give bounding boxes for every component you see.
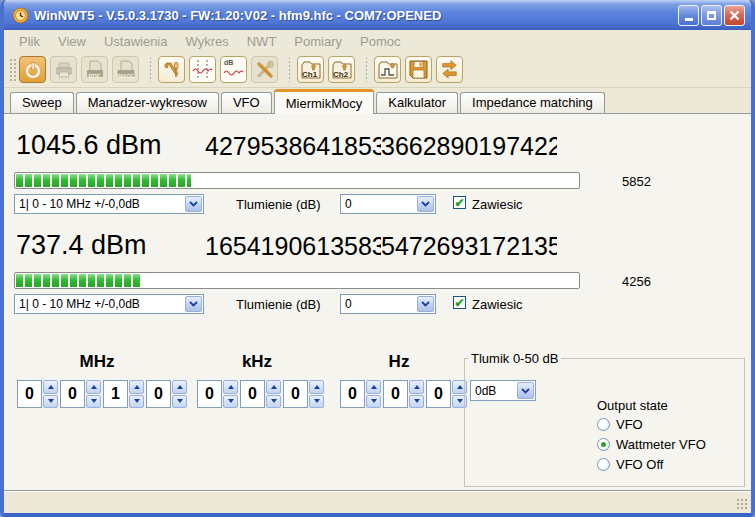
spin-down-button[interactable] bbox=[86, 395, 101, 409]
digit-value[interactable]: 0 bbox=[197, 380, 222, 408]
save-icon bbox=[408, 59, 429, 80]
khz-header: kHz bbox=[197, 352, 317, 372]
export-pdf-button[interactable]: PDF bbox=[81, 56, 108, 83]
maximize-button[interactable] bbox=[701, 5, 722, 26]
resize-grip[interactable] bbox=[736, 498, 748, 510]
db-settings-icon bbox=[223, 59, 244, 80]
meter1-range-value: 1| 0 - 10 MHz +/-0,0dB bbox=[19, 197, 140, 211]
meter2-hold-checkbox[interactable]: ✔ bbox=[453, 296, 466, 309]
meter2-attenuation-select[interactable]: 0 bbox=[340, 294, 436, 314]
digit-value[interactable]: 0 bbox=[283, 380, 308, 408]
hz-header: Hz bbox=[340, 352, 458, 372]
tab-manadzer-wykresow[interactable]: Manadzer-wykresow bbox=[76, 92, 219, 113]
radio-row-vfo: VFO bbox=[597, 417, 643, 432]
minimize-icon bbox=[685, 18, 693, 21]
title-bar: WinNWT5 - V.5.0.3.1730 - FW:1.20:V02 - h… bbox=[4, 0, 751, 30]
spin-down-button[interactable] bbox=[129, 395, 144, 409]
spin-up-button[interactable] bbox=[129, 380, 144, 394]
output-state-label: Output state bbox=[597, 398, 668, 413]
chevron-down-icon[interactable] bbox=[417, 196, 434, 212]
radio-vfo[interactable] bbox=[597, 418, 610, 431]
meter1-raw-value: 5852 bbox=[622, 174, 651, 189]
arrow-up-icon bbox=[271, 385, 277, 389]
radio-row-wattmeter-vfo: Wattmeter VFO bbox=[597, 437, 706, 452]
arrow-up-icon bbox=[48, 385, 54, 389]
tab-vfo[interactable]: VFO bbox=[221, 92, 272, 113]
mhz-header: MHz bbox=[17, 352, 177, 372]
spin-up-button[interactable] bbox=[409, 380, 424, 394]
chevron-down-icon[interactable] bbox=[185, 296, 202, 312]
attenuator-select[interactable]: 0dB bbox=[470, 380, 536, 401]
spin-up-button[interactable] bbox=[309, 380, 324, 394]
chevron-down-icon[interactable] bbox=[185, 196, 202, 212]
arrow-down-icon bbox=[314, 399, 320, 403]
spin-down-button[interactable] bbox=[366, 395, 381, 409]
digit-value[interactable]: 0 bbox=[60, 380, 85, 408]
radio-wattmeter-vfo[interactable] bbox=[597, 438, 610, 451]
ch1-load-button[interactable]: Ch1 bbox=[297, 56, 324, 83]
recall-curve-button[interactable] bbox=[374, 56, 401, 83]
close-button[interactable] bbox=[724, 5, 745, 26]
settings-tools-button[interactable] bbox=[158, 56, 185, 83]
db-settings-button[interactable]: dB bbox=[220, 56, 247, 83]
tab-miermikmocy[interactable]: MiermikMocy bbox=[274, 89, 375, 114]
radio-vfo-off[interactable] bbox=[597, 458, 610, 471]
spin-up-button[interactable] bbox=[172, 380, 187, 394]
spin-down-button[interactable] bbox=[172, 395, 187, 409]
meter1-attenuation-value: 0 bbox=[345, 197, 352, 211]
meter1-hold-checkbox[interactable]: ✔ bbox=[453, 196, 466, 209]
menu-item-plik[interactable]: Plik bbox=[10, 32, 49, 51]
menu-item-pomoc[interactable]: Pomoc bbox=[351, 32, 409, 51]
arrow-up-icon bbox=[91, 385, 97, 389]
chevron-down-icon[interactable] bbox=[417, 296, 434, 312]
hardware-tools-button[interactable] bbox=[251, 56, 278, 83]
print-button[interactable] bbox=[50, 56, 77, 83]
ch2-load-button[interactable]: Ch2 bbox=[328, 56, 355, 83]
spin-up-button[interactable] bbox=[43, 380, 58, 394]
tab-impedance-matching[interactable]: Impedance matching bbox=[460, 92, 605, 113]
tab-sweep[interactable]: Sweep bbox=[10, 92, 74, 113]
spin-up-button[interactable] bbox=[86, 380, 101, 394]
spin-down-button[interactable] bbox=[309, 395, 324, 409]
export-image-button[interactable]: IMAGE bbox=[112, 56, 139, 83]
menu-item-pomiary[interactable]: Pomiary bbox=[285, 32, 351, 51]
meter1-attenuation-select[interactable]: 0 bbox=[340, 194, 436, 214]
digit-value[interactable]: 0 bbox=[383, 380, 408, 408]
attenuator-label: Tlumik 0-50 dB bbox=[468, 351, 561, 366]
spin-up-button[interactable] bbox=[266, 380, 281, 394]
menu-item-wykres[interactable]: Wykres bbox=[177, 32, 238, 51]
save-button[interactable] bbox=[405, 56, 432, 83]
window-title: WinNWT5 - V.5.0.3.1730 - FW:1.20:V02 - h… bbox=[34, 8, 678, 23]
minimize-button[interactable] bbox=[678, 5, 699, 26]
sweep-settings-icon bbox=[192, 59, 213, 80]
menu-item-view[interactable]: View bbox=[49, 32, 95, 51]
recall-curve-icon bbox=[377, 59, 399, 81]
power-button[interactable] bbox=[19, 56, 46, 83]
spin-down-button[interactable] bbox=[223, 395, 238, 409]
sweep-settings-button[interactable] bbox=[189, 56, 216, 83]
toolbar-handle[interactable] bbox=[9, 58, 16, 82]
menu-item-ustawienia[interactable]: Ustawienia bbox=[95, 32, 177, 51]
spin-up-button[interactable] bbox=[366, 380, 381, 394]
tab-kalkulator[interactable]: Kalkulator bbox=[376, 92, 458, 113]
meter1-range-select[interactable]: 1| 0 - 10 MHz +/-0,0dB bbox=[14, 194, 204, 214]
digit-value[interactable]: 0 bbox=[17, 380, 42, 408]
ch2-folder-icon bbox=[331, 59, 353, 81]
digit-value[interactable]: 1 bbox=[103, 380, 128, 408]
spin-up-button[interactable] bbox=[223, 380, 238, 394]
app-icon bbox=[12, 7, 29, 24]
spin-down-button[interactable] bbox=[266, 395, 281, 409]
transfer-button[interactable] bbox=[436, 56, 463, 83]
chevron-down-icon[interactable] bbox=[517, 382, 534, 399]
hz-digit-spinner: 0 bbox=[383, 380, 424, 408]
digit-value[interactable]: 0 bbox=[340, 380, 365, 408]
spin-down-button[interactable] bbox=[43, 395, 58, 409]
mhz-digit-spinner: 1 bbox=[103, 380, 144, 408]
digit-value[interactable]: 0 bbox=[146, 380, 171, 408]
menu-item-nwt[interactable]: NWT bbox=[238, 32, 286, 51]
spin-down-button[interactable] bbox=[409, 395, 424, 409]
meter2-counter: 1654190613583 5472693172135 bbox=[205, 232, 557, 261]
digit-value[interactable]: 0 bbox=[240, 380, 265, 408]
digit-value[interactable]: 0 bbox=[426, 380, 451, 408]
meter2-range-select[interactable]: 1| 0 - 10 MHz +/-0,0dB bbox=[14, 294, 204, 314]
